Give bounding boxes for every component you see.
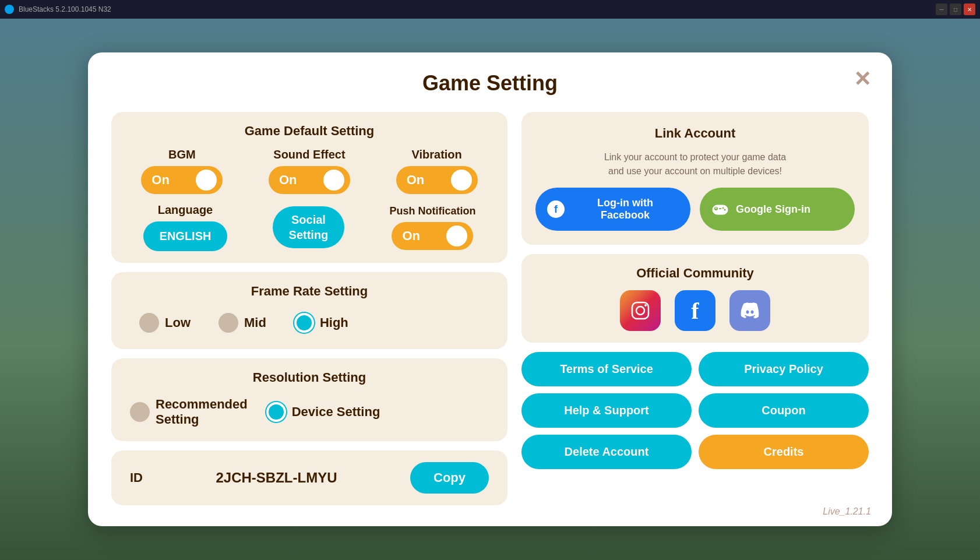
frame-rate-mid-radio [218,313,238,333]
help-support-button[interactable]: Help & Support [521,393,692,428]
vibration-label: Vibration [411,148,461,161]
credits-button[interactable]: Credits [699,435,869,469]
sound-effect-knob [323,170,344,191]
svg-point-6 [724,209,726,211]
link-account-description: Link your account to protect your game d… [535,150,855,178]
svg-point-9 [636,307,644,315]
game-setting-modal: Game Setting ✕ Game Default Setting BGM … [88,52,892,526]
toggles-row: BGM On Sound Effect On [125,148,493,194]
community-title: Official Community [535,266,855,281]
action-buttons: Terms of Service Privacy Policy Help & S… [521,352,869,469]
bgm-toggle[interactable]: On [141,166,223,194]
minimize-button[interactable]: ─ [936,3,947,15]
vibration-knob [451,170,472,191]
push-notification-group: Push Notification On [389,205,475,250]
app-title: BlueStacks 5.2.100.1045 N32 [19,5,111,13]
frame-rate-low[interactable]: Low [139,313,191,333]
vibration-group: Vibration On [396,148,478,194]
modal-overlay: Game Setting ✕ Game Default Setting BGM … [0,19,980,560]
community-icons: f [535,290,855,331]
discord-icon[interactable] [729,290,770,331]
privacy-policy-button[interactable]: Privacy Policy [699,352,869,386]
auth-buttons: f Log-in with Facebook [535,188,855,231]
sound-effect-state: On [279,172,297,188]
language-label: Language [158,203,213,217]
language-button[interactable]: ENGLISH [143,221,228,251]
frame-rate-section: Frame Rate Setting Low Mid High [111,272,507,349]
vibration-state: On [407,172,425,188]
link-account-title: Link Account [535,126,855,141]
bluestacks-logo [5,5,14,14]
frame-rate-high-radio [294,313,314,333]
bgm-knob [196,170,217,191]
resolution-title: Resolution Setting [125,370,493,385]
resolution-section: Resolution Setting RecommendedSetting De… [111,358,507,441]
modal-body: Game Default Setting BGM On Sound [111,112,869,505]
svg-point-5 [722,207,724,209]
copy-button[interactable]: Copy [410,462,489,494]
facebook-login-label: Log-in with Facebook [572,197,679,221]
push-notification-label: Push Notification [389,205,475,217]
title-bar: BlueStacks 5.2.100.1045 N32 ─ □ ✕ [0,0,980,19]
instagram-icon[interactable] [620,290,661,331]
bgm-state: On [151,172,170,188]
bgm-label: BGM [168,148,196,161]
window-controls: ─ □ ✕ [936,3,975,15]
resolution-recommended[interactable]: RecommendedSetting [130,397,248,427]
facebook-login-button[interactable]: f Log-in with Facebook [535,188,690,231]
bgm-group: BGM On [141,148,223,194]
google-signin-label: Google Sign-in [736,203,810,216]
game-default-section: Game Default Setting BGM On Sound [111,112,507,263]
sound-effect-group: Sound Effect On [269,148,350,194]
social-setting-button[interactable]: Social Setting [273,206,345,248]
gamepad-icon [711,200,729,218]
frame-rate-mid-label: Mid [244,315,266,330]
frame-rate-mid[interactable]: Mid [218,313,266,333]
maximize-button[interactable]: □ [950,3,961,15]
game-default-title: Game Default Setting [125,124,493,139]
svg-point-10 [644,304,647,307]
resolution-device-label: Device Setting [292,404,380,420]
right-panel: Link Account Link your account to protec… [521,112,869,505]
bottom-controls: Language ENGLISH Social Setting Push Not… [125,203,493,251]
push-notification-state: On [402,228,420,244]
left-panel: Game Default Setting BGM On Sound [111,112,507,505]
facebook-community-icon[interactable]: f [675,290,715,331]
facebook-icon: f [547,200,565,218]
frame-rate-high-label: High [320,315,348,330]
resolution-recommended-label: RecommendedSetting [156,397,248,427]
vibration-toggle[interactable]: On [396,166,478,194]
push-notification-toggle[interactable]: On [392,222,473,250]
language-group: Language ENGLISH [143,203,228,251]
modal-close-button[interactable]: ✕ [854,69,871,90]
svg-rect-7 [719,208,721,209]
id-section: ID 2JCH-SBZL-LMYU Copy [111,450,507,505]
google-signin-button[interactable]: Google Sign-in [700,188,855,231]
link-account-section: Link Account Link your account to protec… [521,112,869,245]
sound-effect-label: Sound Effect [273,148,345,161]
push-notification-knob [446,226,467,246]
community-section: Official Community f [521,254,869,343]
id-value: 2JCH-SBZL-LMYU [152,470,401,486]
frame-rate-options: Low Mid High [125,308,493,337]
terms-of-service-button[interactable]: Terms of Service [521,352,692,386]
delete-account-button[interactable]: Delete Account [521,435,692,469]
frame-rate-title: Frame Rate Setting [125,284,493,299]
resolution-recommended-radio [130,402,150,422]
sound-effect-toggle[interactable]: On [269,166,350,194]
resolution-device[interactable]: Device Setting [266,402,380,422]
svg-rect-4 [716,207,717,209]
version-text: Live_1.21.1 [823,506,871,517]
window-close-button[interactable]: ✕ [964,3,975,15]
frame-rate-low-label: Low [165,315,191,330]
coupon-button[interactable]: Coupon [699,393,869,428]
frame-rate-low-radio [139,313,159,333]
frame-rate-high[interactable]: High [294,313,348,333]
id-label: ID [130,470,143,485]
resolution-options: RecommendedSetting Device Setting [125,395,493,429]
modal-title: Game Setting [111,71,869,96]
resolution-device-radio [266,402,286,422]
